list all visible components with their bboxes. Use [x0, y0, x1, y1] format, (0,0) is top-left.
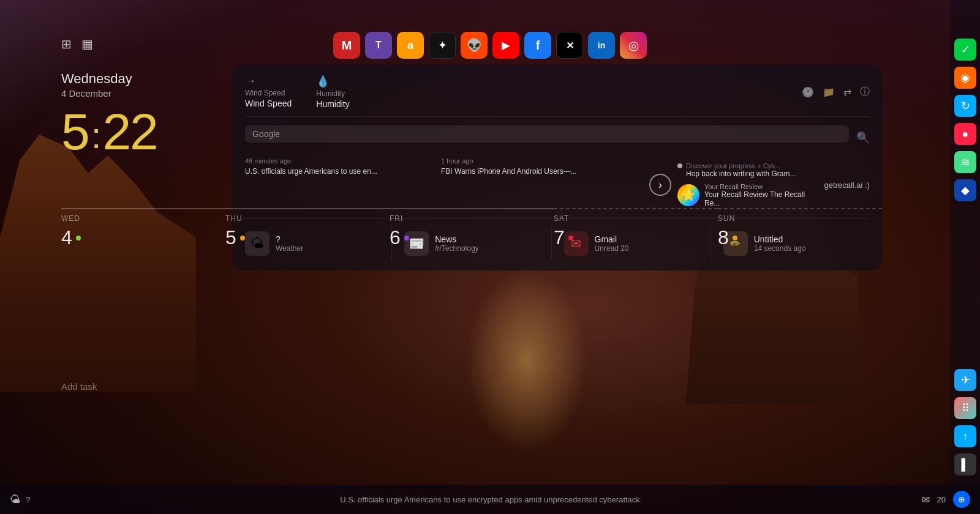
- humidity-widget: 💧 Humidity Humidity: [316, 75, 349, 109]
- cal-day-num-wed: 4: [61, 226, 225, 249]
- cal-day-name-sat: SAT: [554, 214, 718, 223]
- bottom-right-controls: ✉ 20 ⊕: [848, 491, 970, 508]
- cal-day-name-wed: WED: [61, 214, 225, 223]
- news-time-1: 48 minutes ago: [245, 157, 429, 165]
- sidebar-icon-up[interactable]: ↑: [954, 425, 976, 447]
- datetime-widget: Wednesday 4 December 5:22: [61, 71, 157, 157]
- app-youtube[interactable]: ▶: [492, 32, 519, 59]
- humidity-value: Humidity: [316, 99, 349, 109]
- recall-title-2: Your Recall Review: [704, 183, 812, 190]
- cal-day-num-sat: 7: [554, 226, 718, 249]
- clock-separator: :: [91, 115, 100, 156]
- sidebar-icon-telegram[interactable]: ✈: [954, 369, 976, 391]
- sidebar-icon-circle[interactable]: ◉: [954, 67, 976, 89]
- day-name: Wednesday: [61, 71, 157, 87]
- cal-dot-sun: [733, 236, 737, 240]
- shuffle-icon[interactable]: ⇄: [843, 86, 851, 98]
- clock-hour: 5: [61, 103, 89, 160]
- app-instagram[interactable]: ◎: [620, 32, 647, 59]
- search-bar[interactable]: [245, 125, 849, 143]
- cal-day-wed[interactable]: WED 4: [61, 208, 225, 249]
- cal-day-name-thu: THU: [225, 214, 390, 223]
- clock-minute: 22: [102, 103, 157, 160]
- recall-widget: › Discover your progress + Cyb... Hop ba…: [637, 157, 870, 212]
- bottom-weather-temp: ?: [26, 495, 30, 504]
- sidebar-icon-check[interactable]: ✓: [954, 39, 976, 61]
- sidebar-icon-dot[interactable]: ●: [954, 123, 976, 145]
- day-date: 4 December: [61, 88, 157, 99]
- news-time-2: 1 hour ago: [441, 157, 625, 165]
- cal-day-num-thu: 5: [225, 226, 390, 249]
- bottom-news-ticker: U.S. officials urge Americans to use enc…: [132, 495, 848, 504]
- calendar-strip: WED 4 THU 5 FRI 6 SAT 7: [61, 208, 882, 249]
- bottom-mail-count: 20: [937, 495, 946, 504]
- bottom-circle-button[interactable]: ⊕: [953, 491, 970, 508]
- top-left-controls: ⊞ ▦: [61, 37, 93, 51]
- cal-day-name-sun: SUN: [718, 214, 882, 223]
- news-item-2[interactable]: 1 hour ago FBI Warns iPhone And Android …: [441, 157, 637, 212]
- search-icon[interactable]: 🔍: [856, 131, 870, 144]
- cal-day-name-fri: FRI: [390, 214, 554, 223]
- bottom-weather-icon: 🌤: [10, 493, 21, 506]
- cal-day-num-fri: 6: [390, 226, 554, 249]
- app-linkedin[interactable]: in: [588, 32, 615, 59]
- wind-speed-label: Wind Speed: [245, 89, 292, 97]
- add-task-button[interactable]: Add task: [61, 381, 97, 392]
- app-amazon[interactable]: a: [397, 32, 424, 59]
- app-gmail[interactable]: M: [333, 32, 360, 59]
- info-icon[interactable]: ⓘ: [860, 86, 870, 99]
- news-headline-1: U.S. officials urge Americans to use en.…: [245, 166, 429, 177]
- clock: 5:22: [61, 106, 157, 157]
- search-input[interactable]: [252, 129, 842, 139]
- cal-day-sat[interactable]: SAT 7: [554, 208, 718, 249]
- recall-body-1: Hop back into writing with Gram...: [677, 169, 812, 178]
- humidity-label: Humidity: [316, 89, 349, 98]
- news-item-1[interactable]: 48 minutes ago U.S. officials urge Ameri…: [245, 157, 441, 212]
- news-headline-2: FBI Warns iPhone And Android Users—...: [441, 166, 625, 177]
- cal-day-sun[interactable]: SUN 8: [718, 208, 882, 249]
- app-openai[interactable]: ✦: [429, 32, 456, 59]
- recall-body-2: Your Recall Review The Recall Re...: [704, 190, 812, 207]
- cal-dot-sat: [568, 236, 573, 240]
- app-facebook[interactable]: f: [524, 32, 551, 59]
- recall-nav-button[interactable]: ›: [649, 174, 671, 196]
- top-app-bar: M T a ✦ 👽 ▶ f ✕ in: [333, 32, 647, 59]
- right-sidebar: ✓ ◉ ↻ ● ≋ ◆ ✈ ⠿ ↑ ▌: [951, 0, 980, 514]
- history-icon[interactable]: 🕐: [802, 86, 814, 98]
- getrecall-label: getrecall.ai :): [824, 181, 870, 190]
- app-x[interactable]: ✕: [556, 32, 583, 59]
- sidebar-icon-refresh[interactable]: ↻: [954, 95, 976, 117]
- wind-speed-widget: → Wind Speed Wind Speed: [245, 75, 292, 109]
- recall-title-1: Discover your progress + Cyb...: [686, 162, 780, 169]
- app-twitch[interactable]: T: [365, 32, 392, 59]
- cal-dot-fri: [404, 236, 409, 240]
- app-reddit[interactable]: 👽: [461, 32, 488, 59]
- calendar-icon[interactable]: ▦: [81, 37, 93, 51]
- folder-icon[interactable]: 📁: [823, 86, 835, 98]
- weather-search-row: → Wind Speed Wind Speed 💧 Humidity Humid…: [245, 75, 870, 117]
- cal-day-num-sun: 8: [718, 226, 882, 249]
- wind-speed-value: Wind Speed: [245, 99, 292, 108]
- bottom-mail-icon[interactable]: ✉: [922, 494, 930, 505]
- grid-icon[interactable]: ⊞: [61, 37, 72, 51]
- sidebar-icon-grid[interactable]: ≋: [954, 151, 976, 173]
- sidebar-icon-diamond[interactable]: ◆: [954, 179, 976, 201]
- cal-dot-wed: [76, 236, 81, 240]
- cal-day-thu[interactable]: THU 5: [225, 208, 390, 249]
- cal-day-fri[interactable]: FRI 6: [390, 208, 554, 249]
- bottom-bar: 🌤 ? U.S. officials urge Americans to use…: [0, 485, 980, 514]
- recall-review-icon: ⭐: [677, 184, 699, 206]
- bottom-weather: 🌤 ?: [10, 493, 132, 506]
- sidebar-icon-bar[interactable]: ▌: [954, 453, 976, 475]
- sidebar-icon-apps[interactable]: ⠿: [954, 397, 976, 419]
- cal-dot-thu: [240, 236, 245, 240]
